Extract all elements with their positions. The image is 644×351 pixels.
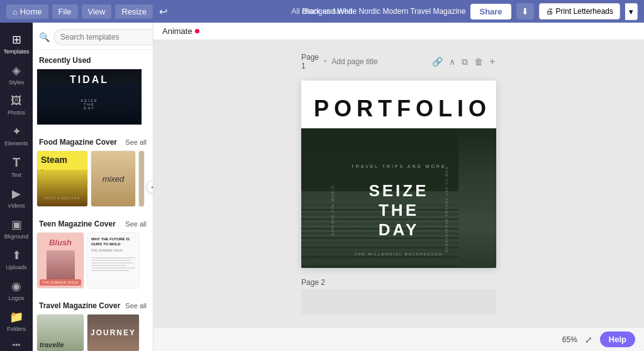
animate-label: Animate xyxy=(162,26,192,36)
elements-label: Elements xyxy=(4,140,28,147)
animate-dot xyxy=(195,29,199,33)
sidebar-item-logos[interactable]: ◉ Logos xyxy=(0,274,33,305)
page1-copy-button[interactable]: ⧉ xyxy=(460,55,469,69)
magazine-title: PORTFOLIO xyxy=(314,96,484,122)
page1-up-button[interactable]: ∧ xyxy=(448,55,457,69)
page1-add-button[interactable]: + xyxy=(488,55,496,69)
why-future-title: WHY THE FUTURE IS OURS TO MOLD xyxy=(91,237,135,247)
sidebar-item-templates[interactable]: ⊞ Templates xyxy=(0,28,33,58)
side-left-text: EXPLORE THE WORLD xyxy=(331,185,335,235)
sidebar-item-photos[interactable]: 🖼 Photos xyxy=(0,89,33,120)
folders-icon: 📁 xyxy=(9,310,23,324)
page1-delete-button[interactable]: 🗑 xyxy=(473,55,484,69)
page2-preview xyxy=(301,289,496,315)
sidebar-item-more[interactable]: ••• More xyxy=(0,336,33,351)
page2-label: Page 2 xyxy=(301,278,496,287)
canvas-scroll[interactable]: Page 1 • 🔗 ∧ ⧉ 🗑 + PORTFOLIO xyxy=(153,40,644,327)
travel-template-grid: travelle JOURNEY xyxy=(33,314,153,351)
journey-title: JOURNEY xyxy=(91,328,136,337)
print-button[interactable]: 🖨 Print Letterheads xyxy=(539,3,620,20)
download-icon: ⬇ xyxy=(521,6,529,16)
blush-title: Blush xyxy=(49,238,72,247)
print-icon: 🖨 xyxy=(546,7,553,16)
recently-used-title: Recently Used xyxy=(39,56,91,65)
print-dropdown-button[interactable]: ▾ xyxy=(625,3,638,20)
sidebar-item-videos[interactable]: ▶ Videos xyxy=(0,182,33,213)
teen-template-grid: Blush THE SUMMER ISSUE WHY THE FUTURE IS… xyxy=(33,232,153,295)
page1-title-input[interactable] xyxy=(331,57,426,66)
steam-template-thumb[interactable]: Steam _ FOOD & RECIPES xyxy=(36,150,88,207)
sidebar-item-uploads[interactable]: ⬆ Uploads xyxy=(0,243,33,274)
why-future-sub: THE SUMMER ISSUE xyxy=(91,248,135,252)
travelle-template-thumb[interactable]: travelle xyxy=(36,314,84,351)
photos-icon: 🖼 xyxy=(11,94,22,108)
travelle-title: travelle xyxy=(40,341,64,348)
videos-icon: ▶ xyxy=(12,187,21,201)
view-button[interactable]: View xyxy=(82,4,112,19)
text-icon: T xyxy=(13,155,20,170)
why-future-template-thumb[interactable]: WHY THE FUTURE IS OURS TO MOLD THE SUMME… xyxy=(87,232,140,289)
canvas-bottom-bar: 65% ⤢ Help xyxy=(153,327,644,351)
home-label: Home xyxy=(20,7,42,16)
mixed-template-thumb[interactable]: mixed xyxy=(91,150,136,207)
blush-template-thumb[interactable]: Blush THE SUMMER ISSUE xyxy=(36,232,84,289)
styles-icon: ◈ xyxy=(12,64,21,77)
side-right-text: HOW TO GET AROUND BACKPACKERS xyxy=(445,167,449,254)
teen-section-header: Teen Magazine Cover See all xyxy=(33,213,153,232)
sidebar-item-folders[interactable]: 📁 Folders xyxy=(0,305,33,336)
styles-label: Styles xyxy=(9,79,25,86)
steam-title: Steam xyxy=(41,155,84,165)
videos-label: Videos xyxy=(8,203,25,209)
more-icon: ••• xyxy=(13,341,21,350)
teen-section-title: Teen Magazine Cover xyxy=(39,220,116,228)
recently-used-template[interactable]: TIDAL SEIZE THE DAY xyxy=(36,69,142,125)
magazine-page: PORTFOLIO xyxy=(301,81,496,268)
uploads-label: Uploads xyxy=(6,264,26,270)
undo-button[interactable]: ↩ xyxy=(157,3,170,20)
travel-trips-text: TRAVEL TRIPS AND MORE xyxy=(351,164,446,169)
journey-template-thumb[interactable]: JOURNEY xyxy=(87,314,140,351)
photos-label: Photos xyxy=(8,109,25,116)
background-label: Bkground xyxy=(4,233,29,240)
help-button[interactable]: Help xyxy=(600,332,635,347)
home-icon: ⌂ xyxy=(13,7,18,16)
canvas-area: Animate Page 1 • 🔗 ∧ ⧉ 🗑 + xyxy=(153,23,644,351)
resize-button[interactable]: Resize xyxy=(115,4,153,19)
search-input[interactable] xyxy=(53,29,153,45)
recently-used-section-header: Recently Used xyxy=(33,50,153,69)
sidebar-item-styles[interactable]: ◈ Styles xyxy=(0,58,33,89)
home-button[interactable]: ⌂ Home xyxy=(6,4,48,19)
templates-panel: 🔍 ⚙ Recently Used TIDAL SEIZE THE DAY xyxy=(33,23,153,351)
resize-label: Resize xyxy=(121,7,147,16)
templates-label: Templates xyxy=(3,48,29,55)
saved-status: All changes saved xyxy=(291,7,352,16)
view-label: View xyxy=(88,7,106,16)
animate-button[interactable]: Animate xyxy=(162,26,199,36)
sidebar-item-background[interactable]: ▣ Bkground xyxy=(0,213,33,243)
fullscreen-button[interactable]: ⤢ xyxy=(582,333,595,346)
millennial-text: THE MILLENNIAL BACKPACKER xyxy=(355,252,443,256)
download-button[interactable]: ⬇ xyxy=(516,3,534,20)
templates-scroll[interactable]: Recently Used TIDAL SEIZE THE DAY Food M… xyxy=(33,50,153,351)
file-button[interactable]: File xyxy=(52,4,78,19)
print-label: Print Letterheads xyxy=(556,7,613,16)
top-bar-left: ⌂ Home File View Resize ↩ xyxy=(6,3,170,20)
page2-area: Page 2 xyxy=(301,278,496,315)
share-button[interactable]: Share xyxy=(470,4,511,20)
food-see-all-link[interactable]: See all xyxy=(125,138,147,146)
travel-see-all-link[interactable]: See all xyxy=(125,302,147,309)
canvas-toolbar: Animate xyxy=(153,23,644,40)
third-template-thumb[interactable] xyxy=(138,150,145,207)
top-bar: ⌂ Home File View Resize ↩ All changes sa… xyxy=(0,0,644,23)
icon-sidebar: ⊞ Templates ◈ Styles 🖼 Photos ✦ Elements… xyxy=(0,23,33,351)
travel-section-header: Travel Magazine Cover See all xyxy=(33,295,153,314)
logos-label: Logos xyxy=(9,295,25,301)
page1-link-button[interactable]: 🔗 xyxy=(431,55,444,69)
logos-icon: ◉ xyxy=(11,279,21,293)
background-icon: ▣ xyxy=(11,218,22,231)
food-section-header: Food Magazine Cover See all xyxy=(33,131,153,150)
teen-see-all-link[interactable]: See all xyxy=(125,220,147,228)
page1-actions: 🔗 ∧ ⧉ 🗑 + xyxy=(431,55,496,69)
sidebar-item-elements[interactable]: ✦ Elements xyxy=(0,120,33,150)
sidebar-item-text[interactable]: T Text xyxy=(0,150,33,182)
